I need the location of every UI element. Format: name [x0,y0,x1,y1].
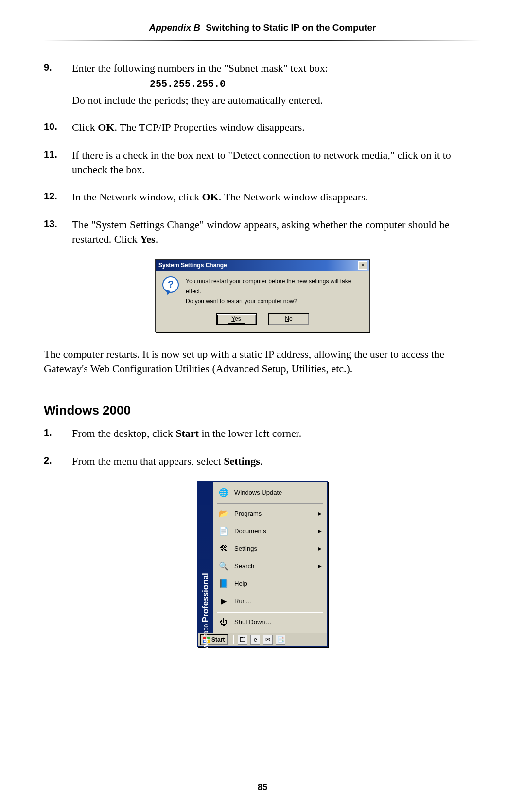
step-number: 2. [44,454,52,468]
step-9: 9. Enter the following numbers in the "S… [44,61,481,108]
start-menu-figure: Windows2000Professional 🌐 Windows Update… [44,481,481,647]
start-menu: Windows2000Professional 🌐 Windows Update… [197,481,328,647]
step-number: 12. [44,190,57,203]
help-icon: 📘 [218,578,229,590]
question-icon [162,276,179,293]
settings-icon: 🛠 [218,543,229,555]
shutdown-icon: ⏻ [218,616,229,628]
globe-icon: 🌐 [218,487,229,499]
menu-item-windows-update[interactable]: 🌐 Windows Update [214,484,326,502]
menu-item-run[interactable]: ▶ Run… [214,593,326,610]
menu-item-help[interactable]: 📘 Help [214,575,326,593]
content-area: 9. Enter the following numbers in the "S… [44,61,481,647]
section-divider [44,391,481,391]
header-rule [44,40,481,41]
step-text: If there is a check in the box next to "… [72,149,451,176]
step-11: 11. If there is a check in the box next … [44,148,481,178]
chevron-right-icon: ▶ [318,563,322,570]
menu-item-settings[interactable]: 🛠 Settings ▶ [214,540,326,558]
taskbar-separator [232,635,234,644]
chevron-right-icon: ▶ [318,528,322,535]
run-icon: ▶ [218,595,229,607]
step-text: Click OK. The TCP/IP Properties window d… [72,121,305,133]
step-number: 1. [44,426,52,440]
no-button[interactable]: No [268,313,309,325]
document-icon: 📄 [218,525,229,537]
step-number: 9. [44,61,52,74]
step-13: 13. The "System Settings Change" window … [44,217,481,247]
search-icon: 🔍 [218,560,229,572]
page-header: Appendix B Switching to Static IP on the… [44,22,481,33]
step-1: 1. From the desktop, click Start in the … [44,426,481,441]
ie-icon[interactable]: e [250,635,260,645]
dialog-figure: System Settings Change × You must restar… [44,259,481,332]
close-icon[interactable]: × [358,261,368,270]
section-heading: Windows 2000 [44,402,481,419]
start-menu-banner: Windows2000Professional [198,482,213,633]
step-text: From the desktop, click Start in the low… [72,427,301,439]
system-settings-change-dialog: System Settings Change × You must restar… [155,259,370,332]
start-menu-items: 🌐 Windows Update 📂 Programs ▶ 📄 Document… [213,482,327,633]
menu-separator [217,503,323,504]
menu-item-search[interactable]: 🔍 Search ▶ [214,558,326,575]
menu-item-programs[interactable]: 📂 Programs ▶ [214,505,326,523]
dialog-titlebar: System Settings Change × [156,260,369,271]
menu-item-shutdown[interactable]: ⏻ Shut Down… [214,614,326,631]
step-list-1: 9. Enter the following numbers in the "S… [44,61,481,247]
step-list-2: 1. From the desktop, click Start in the … [44,426,481,469]
step-12: 12. In the Network window, click OK. The… [44,190,481,204]
subnet-mask-value: 255.255.255.0 [150,77,481,91]
step-text: From the menu that appears, select Setti… [72,455,262,467]
step-number: 13. [44,217,57,231]
step-number: 11. [44,148,57,162]
taskbar: Start 🗔 e ✉ 📑 [198,633,327,646]
step-10: 10. Click OK. The TCP/IP Properties wind… [44,120,481,135]
step-number: 10. [44,120,57,134]
dialog-title: System Settings Change [158,261,227,270]
step-text: Enter the following numbers in the "Subn… [72,62,328,74]
dialog-body: You must restart your computer before th… [156,271,369,331]
desktop-icon[interactable]: 🗔 [238,635,247,645]
step-2: 2. From the menu that appears, select Se… [44,454,481,469]
chevron-right-icon: ▶ [318,510,322,517]
menu-separator [217,612,323,612]
result-paragraph: The computer restarts. It is now set up … [44,347,481,377]
explorer-icon[interactable]: 📑 [276,635,285,645]
document-page: Appendix B Switching to Static IP on the… [0,0,525,812]
appendix-title: Switching to Static IP on the Computer [206,22,376,33]
appendix-label: Appendix B [149,22,201,33]
outlook-icon[interactable]: ✉ [263,635,273,645]
folder-icon: 📂 [218,508,229,520]
step-text: Do not include the periods; they are aut… [72,94,323,106]
menu-item-documents[interactable]: 📄 Documents ▶ [214,523,326,540]
step-text: In the Network window, click OK. The Net… [72,191,368,203]
yes-button[interactable]: Yes [216,313,257,325]
dialog-message: You must restart your computer before th… [186,276,363,306]
page-number: 85 [0,782,525,793]
step-text: The "System Settings Change" window appe… [72,218,450,245]
chevron-right-icon: ▶ [318,545,322,552]
